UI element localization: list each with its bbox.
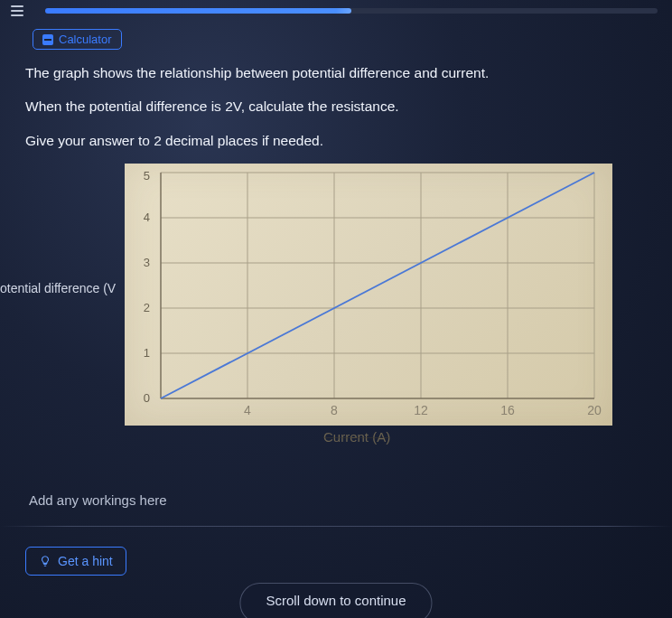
top-bar [0,0,672,22]
calculator-label: Calculator [59,33,112,46]
progress-fill [45,8,351,14]
ytick: 2 [144,301,150,314]
chart-svg: 0 1 2 3 4 5 4 8 12 16 20 [125,164,612,426]
xtick: 8 [331,403,338,417]
scroll-indicator[interactable]: Scroll down to continue [239,583,432,618]
scroll-label: Scroll down to continue [266,593,406,608]
ytick: 4 [144,211,150,224]
xtick: 20 [587,403,602,417]
workings-input[interactable]: Add any workings here [25,480,647,517]
ytick: 3 [144,256,150,269]
question-line-1: The graph shows the relationship between… [25,62,647,83]
xtick: 4 [244,403,251,417]
y-axis-label: otential difference (V [0,281,116,295]
progress-bar [45,8,658,14]
ytick: 0 [144,391,150,405]
ytick: 1 [144,346,150,360]
lightbulb-icon [39,555,51,567]
question-line-2: When the potential difference is 2V, cal… [25,96,647,117]
chart-container: otential difference (V [0,164,647,453]
get-hint-button[interactable]: Get a hint [25,547,126,576]
x-axis-label: Current (A) [323,429,390,445]
ytick: 5 [144,169,150,183]
hint-label: Get a hint [58,554,113,568]
question-line-3: Give your answer to 2 decimal places if … [25,130,647,151]
separator [0,526,672,527]
calculator-badge[interactable]: Calculator [33,29,122,50]
chart-plot: 0 1 2 3 4 5 4 8 12 16 20 [125,164,612,426]
calculator-icon [42,34,53,45]
xtick: 16 [500,403,515,417]
xtick: 12 [414,403,428,417]
data-line [161,173,594,398]
content-area: Calculator The graph shows the relations… [0,22,672,576]
menu-icon[interactable] [7,2,27,20]
